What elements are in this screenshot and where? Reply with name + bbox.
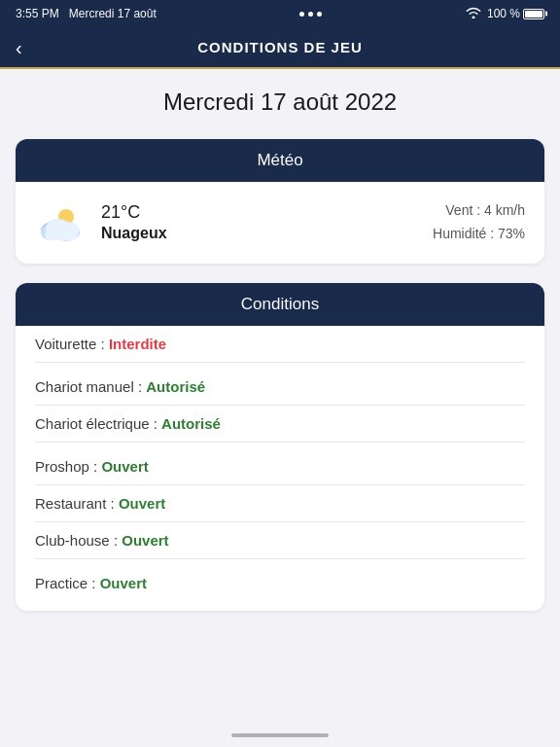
condition-label: Voiturette : bbox=[35, 336, 109, 352]
condition-row: Club-house : Ouvert bbox=[35, 522, 525, 559]
meteo-header: Météo bbox=[16, 139, 544, 182]
battery-bar bbox=[523, 9, 544, 19]
condition-label: Club-house : bbox=[35, 532, 122, 549]
svg-rect-8 bbox=[45, 231, 78, 240]
condition-value: Autorisé bbox=[161, 415, 221, 432]
condition-label: Chariot manuel : bbox=[35, 378, 146, 395]
meteo-body: 21°C Nuageux Vent : 4 km/h Humidité : 73… bbox=[16, 182, 544, 264]
meteo-info: 21°C Nuageux bbox=[101, 202, 167, 242]
condition-value: Ouvert bbox=[101, 458, 148, 475]
condition-label: Proshop : bbox=[35, 458, 101, 475]
condition-value: Ouvert bbox=[100, 575, 147, 591]
condition-row: Chariot manuel : Autorisé bbox=[35, 369, 525, 406]
condition-row: Proshop : Ouvert bbox=[35, 448, 525, 485]
condition-label: Chariot électrique : bbox=[35, 415, 161, 432]
battery-indicator: 100 % bbox=[487, 7, 544, 20]
meteo-wind: Vent : 4 km/h bbox=[433, 199, 525, 223]
condition-row: Practice : Ouvert bbox=[35, 565, 525, 601]
condition-value: Ouvert bbox=[119, 495, 165, 512]
meteo-description: Nuageux bbox=[101, 225, 167, 242]
condition-value: Ouvert bbox=[122, 532, 168, 549]
meteo-card: Météo bbox=[16, 139, 544, 264]
page-content: Mercredi 17 août 2022 Météo bbox=[0, 69, 560, 650]
meteo-temperature: 21°C bbox=[101, 202, 167, 223]
meteo-right: Vent : 4 km/h Humidité : 73% bbox=[433, 199, 525, 246]
conditions-body: Voiturette : InterditeChariot manuel : A… bbox=[16, 326, 544, 611]
condition-row: Chariot électrique : Autorisé bbox=[35, 406, 525, 443]
page-date: Mercredi 17 août 2022 bbox=[16, 89, 544, 116]
condition-value: Autorisé bbox=[146, 378, 205, 395]
condition-row: Voiturette : Interdite bbox=[35, 326, 525, 363]
conditions-card: Conditions Voiturette : InterditeChariot… bbox=[16, 283, 544, 611]
wifi-icon bbox=[466, 7, 481, 21]
conditions-header: Conditions bbox=[16, 283, 544, 326]
status-bar: 3:55 PM Mercredi 17 août 100 % bbox=[0, 0, 560, 27]
home-indicator bbox=[231, 733, 329, 737]
condition-label: Restaurant : bbox=[35, 495, 119, 512]
battery-fill bbox=[525, 11, 542, 18]
battery-percent: 100 % bbox=[487, 7, 520, 20]
status-time: 3:55 PM bbox=[16, 7, 59, 20]
back-button[interactable]: ‹ bbox=[16, 38, 22, 57]
condition-row: Restaurant : Ouvert bbox=[35, 485, 525, 522]
cloud-icon bbox=[35, 203, 86, 242]
condition-value: Interdite bbox=[109, 336, 166, 352]
meteo-humidity: Humidité : 73% bbox=[433, 223, 525, 246]
status-date: Mercredi 17 août bbox=[69, 7, 157, 20]
page-title: CONDITIONS DE JEU bbox=[197, 39, 363, 55]
condition-label: Practice : bbox=[35, 575, 100, 591]
meteo-left: 21°C Nuageux bbox=[35, 202, 167, 242]
nav-bar: ‹ CONDITIONS DE JEU bbox=[0, 27, 560, 69]
